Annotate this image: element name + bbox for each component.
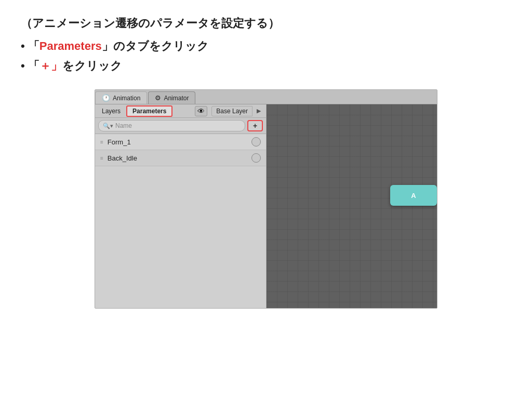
- right-panel: A: [267, 104, 437, 308]
- search-input-wrap[interactable]: 🔍▾ Name: [98, 120, 245, 131]
- layers-tab-label: Layers: [102, 108, 121, 115]
- left-panel: Layers Parameters 👁 Base Layer ▶: [95, 104, 267, 308]
- chevron-right-icon: ▶: [257, 108, 261, 114]
- param-bool-backidle[interactable]: [251, 153, 261, 163]
- animation-tab-label: Animation: [113, 95, 140, 102]
- eye-button[interactable]: 👁: [195, 106, 207, 116]
- drag-icon-form1: ≡: [100, 139, 103, 145]
- tab-bar: 🕐 Animation ⚙ Animator: [95, 90, 437, 104]
- grid-background: [267, 104, 437, 308]
- search-row: 🔍▾ Name +: [95, 118, 266, 134]
- param-row-form1[interactable]: ≡ Form_1: [95, 134, 266, 150]
- right-header: 👁 Base Layer ▶: [195, 106, 265, 116]
- bullet-2-prefix: 「: [28, 59, 39, 72]
- param-bool-form1[interactable]: [251, 137, 261, 147]
- animation-tab-icon: 🕐: [102, 94, 110, 102]
- base-layer-label: Base Layer: [211, 106, 252, 116]
- add-parameter-button[interactable]: +: [247, 120, 263, 131]
- animator-tab-icon: ⚙: [155, 94, 161, 102]
- animation-tab[interactable]: 🕐 Animation: [95, 91, 147, 104]
- bullet-2-highlight: ＋」: [39, 59, 62, 72]
- animator-tab[interactable]: ⚙ Animator: [148, 91, 195, 104]
- bullet-list: 「Parameters」のタブをクリック 「＋」をクリック: [21, 38, 511, 74]
- drag-icon-backidle: ≡: [100, 155, 103, 161]
- bullet-1-highlight: Parameters: [39, 39, 102, 52]
- bullet-1: 「Parameters」のタブをクリック: [21, 38, 511, 54]
- search-placeholder-text: Name: [115, 122, 132, 129]
- state-node-label: A: [411, 192, 416, 200]
- parameters-tab[interactable]: Parameters: [126, 105, 172, 117]
- bullet-2-suffix: をクリック: [62, 59, 122, 72]
- bullet-1-prefix: 「: [28, 39, 39, 52]
- sub-tab-row: Layers Parameters 👁 Base Layer ▶: [95, 104, 266, 118]
- bullet-2: 「＋」をクリック: [21, 58, 511, 74]
- parameters-list: ≡ Form_1 ≡ Back_Idle: [95, 134, 266, 308]
- eye-icon: 👁: [197, 107, 205, 115]
- parenthetical-text: （アニメーション遷移のパラメータを設定する）: [21, 16, 511, 31]
- editor-main: Layers Parameters 👁 Base Layer ▶: [95, 104, 437, 308]
- state-node[interactable]: A: [390, 185, 437, 206]
- bullet-1-suffix: 」のタブをクリック: [102, 39, 209, 52]
- param-row-backidle[interactable]: ≡ Back_Idle: [95, 150, 266, 166]
- animator-tab-label: Animator: [164, 95, 189, 102]
- param-name-form1: Form_1: [108, 138, 251, 146]
- page-content: （アニメーション遷移のパラメータを設定する） 「Parameters」のタブをク…: [0, 0, 532, 319]
- parameters-tab-label: Parameters: [132, 108, 166, 115]
- search-icon: 🔍▾: [103, 123, 113, 129]
- layers-tab[interactable]: Layers: [96, 105, 126, 117]
- param-name-backidle: Back_Idle: [108, 154, 251, 162]
- screenshot-container: 🕐 Animation ⚙ Animator Layers: [95, 89, 437, 309]
- editor-window: 🕐 Animation ⚙ Animator Layers: [95, 90, 437, 308]
